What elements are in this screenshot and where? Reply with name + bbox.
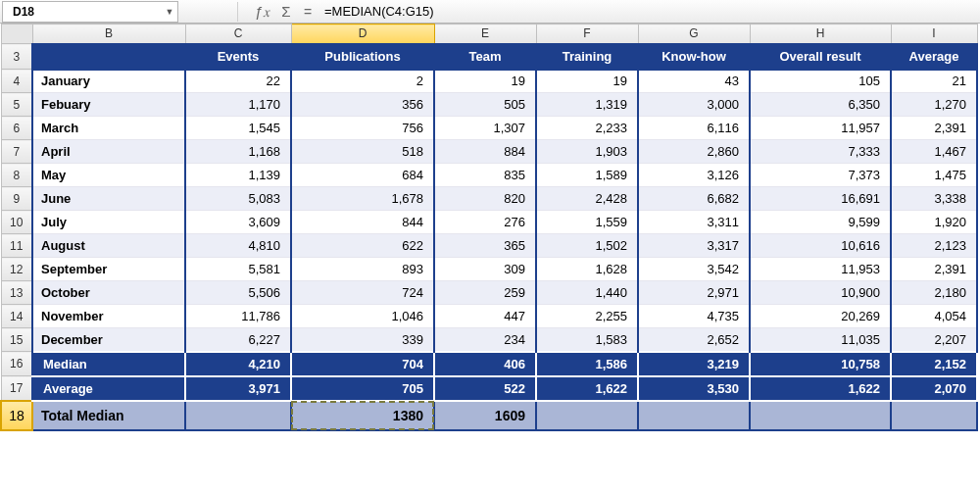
data-cell[interactable]: 4,735: [638, 305, 750, 328]
row-header-14[interactable]: 14: [1, 305, 32, 328]
row-header-15[interactable]: 15: [1, 328, 32, 352]
data-cell[interactable]: 5,083: [185, 187, 291, 211]
summary-cell[interactable]: 1,586: [536, 352, 638, 376]
col-header-F[interactable]: F: [536, 25, 638, 44]
data-cell[interactable]: 1,678: [291, 187, 434, 211]
month-cell[interactable]: April: [32, 140, 185, 164]
row-header-16[interactable]: 16: [1, 352, 32, 376]
data-cell[interactable]: 1,559: [536, 211, 638, 234]
col-header-C[interactable]: C: [185, 25, 291, 44]
data-cell[interactable]: 6,116: [638, 117, 750, 140]
data-cell[interactable]: 1,440: [536, 281, 638, 305]
sheet-grid[interactable]: B C D E F G H I 3 Events Publications Te…: [0, 24, 978, 431]
data-cell[interactable]: 9,599: [750, 211, 891, 234]
month-cell[interactable]: December: [32, 328, 185, 352]
summary-cell[interactable]: 1,622: [750, 376, 891, 401]
data-cell[interactable]: 1,920: [891, 211, 977, 234]
data-cell[interactable]: 2,652: [638, 328, 750, 352]
data-cell[interactable]: 5,506: [185, 281, 291, 305]
data-cell[interactable]: 1,903: [536, 140, 638, 164]
data-cell[interactable]: 16,691: [750, 187, 891, 211]
col-header-I[interactable]: I: [891, 25, 977, 44]
row-header-6[interactable]: 6: [1, 117, 32, 140]
row-header-8[interactable]: 8: [1, 164, 32, 187]
header-cell-knowhow[interactable]: Know-how: [638, 44, 750, 70]
data-cell[interactable]: 5,581: [185, 258, 291, 281]
month-cell[interactable]: March: [32, 117, 185, 140]
data-cell[interactable]: 447: [434, 305, 536, 328]
data-cell[interactable]: 21: [891, 70, 977, 93]
month-cell[interactable]: November: [32, 305, 185, 328]
data-cell[interactable]: 234: [434, 328, 536, 352]
sum-icon[interactable]: Σ: [277, 3, 295, 20]
data-cell[interactable]: 893: [291, 258, 434, 281]
data-cell[interactable]: 276: [434, 211, 536, 234]
data-cell[interactable]: 1,475: [891, 164, 977, 187]
data-cell[interactable]: 518: [291, 140, 434, 164]
month-cell[interactable]: July: [32, 211, 185, 234]
data-cell[interactable]: 4,054: [891, 305, 977, 328]
data-cell[interactable]: 309: [434, 258, 536, 281]
row-header-4[interactable]: 4: [1, 70, 32, 93]
data-cell[interactable]: 19: [536, 70, 638, 93]
data-cell[interactable]: 3,609: [185, 211, 291, 234]
total-median-cell[interactable]: [638, 401, 750, 430]
data-cell[interactable]: 6,227: [185, 328, 291, 352]
row-header-12[interactable]: 12: [1, 258, 32, 281]
data-cell[interactable]: 6,350: [750, 93, 891, 117]
data-cell[interactable]: 684: [291, 164, 434, 187]
summary-cell[interactable]: 1,622: [536, 376, 638, 401]
data-cell[interactable]: 835: [434, 164, 536, 187]
data-cell[interactable]: 4,810: [185, 234, 291, 258]
data-cell[interactable]: 1,545: [185, 117, 291, 140]
name-box-dropdown-icon[interactable]: ▼: [162, 7, 177, 17]
function-wizard-icon[interactable]: ƒ𝑥: [254, 3, 271, 21]
col-header-H[interactable]: H: [750, 25, 891, 44]
data-cell[interactable]: 3,338: [891, 187, 977, 211]
total-median-cell[interactable]: [750, 401, 891, 430]
data-cell[interactable]: 2,391: [891, 117, 977, 140]
data-cell[interactable]: 1,307: [434, 117, 536, 140]
data-cell[interactable]: 3,317: [638, 234, 750, 258]
month-cell[interactable]: January: [32, 70, 185, 93]
total-median-cell-active[interactable]: 1380: [291, 401, 434, 430]
header-cell-team[interactable]: Team: [434, 44, 536, 70]
data-cell[interactable]: 6,682: [638, 187, 750, 211]
data-cell[interactable]: 356: [291, 93, 434, 117]
data-cell[interactable]: 1,046: [291, 305, 434, 328]
data-cell[interactable]: 1,319: [536, 93, 638, 117]
data-cell[interactable]: 43: [638, 70, 750, 93]
data-cell[interactable]: 2,123: [891, 234, 977, 258]
data-cell[interactable]: 3,126: [638, 164, 750, 187]
header-cell-overall[interactable]: Overall result: [750, 44, 891, 70]
header-cell-training[interactable]: Training: [536, 44, 638, 70]
summary-cell[interactable]: 705: [291, 376, 434, 401]
data-cell[interactable]: 756: [291, 117, 434, 140]
data-cell[interactable]: 11,786: [185, 305, 291, 328]
col-header-B[interactable]: B: [32, 25, 185, 44]
name-box[interactable]: D18 ▼: [2, 1, 178, 23]
col-header-E[interactable]: E: [434, 25, 536, 44]
summary-cell[interactable]: 2,070: [891, 376, 977, 401]
data-cell[interactable]: 19: [434, 70, 536, 93]
data-cell[interactable]: 844: [291, 211, 434, 234]
month-cell[interactable]: September: [32, 258, 185, 281]
data-cell[interactable]: 3,311: [638, 211, 750, 234]
data-cell[interactable]: 1,502: [536, 234, 638, 258]
row-header-17[interactable]: 17: [1, 376, 32, 401]
summary-label[interactable]: Median: [32, 352, 185, 376]
data-cell[interactable]: 3,542: [638, 258, 750, 281]
data-cell[interactable]: 259: [434, 281, 536, 305]
select-all-corner[interactable]: [1, 25, 32, 44]
data-cell[interactable]: 2,233: [536, 117, 638, 140]
data-cell[interactable]: 2,180: [891, 281, 977, 305]
data-cell[interactable]: 724: [291, 281, 434, 305]
row-header-7[interactable]: 7: [1, 140, 32, 164]
data-cell[interactable]: 1,628: [536, 258, 638, 281]
summary-label[interactable]: Average: [32, 376, 185, 401]
data-cell[interactable]: 505: [434, 93, 536, 117]
data-cell[interactable]: 622: [291, 234, 434, 258]
data-cell[interactable]: 884: [434, 140, 536, 164]
total-median-cell[interactable]: [891, 401, 977, 430]
data-cell[interactable]: 1,168: [185, 140, 291, 164]
